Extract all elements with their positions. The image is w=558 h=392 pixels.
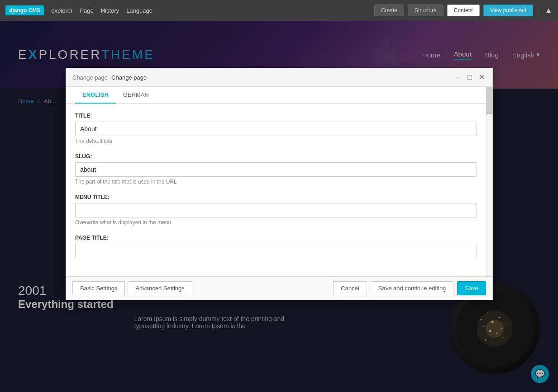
change-page-modal: Change page Change page − □ ✕ ENGLISH GE… — [66, 68, 493, 300]
menu-title-help-text: Overwrite what is displayed in the menu — [75, 219, 477, 226]
save-button[interactable]: Save — [457, 281, 486, 295]
page-title-label: PAGE TITLE: — [75, 235, 477, 241]
save-continue-button[interactable]: Save and continue editing — [371, 281, 454, 295]
page-title-field-group: PAGE TITLE: — [75, 235, 477, 258]
menu-title-input[interactable] — [75, 203, 477, 217]
modal-close-button[interactable]: ✕ — [477, 73, 486, 82]
slug-field-group: SLUG: The part of the title that is used… — [75, 153, 477, 185]
modal-maximize-button[interactable]: □ — [465, 73, 474, 82]
modal-scrollbar[interactable] — [486, 87, 492, 276]
footer-right: Cancel Save and continue editing Save — [333, 281, 486, 295]
modal-controls: − □ ✕ — [453, 73, 486, 82]
modal-footer: Basic Settings Advanced Settings Cancel … — [66, 276, 492, 300]
title-field-group: TITLE: The default title — [75, 113, 477, 144]
view-published-button[interactable]: View published — [483, 5, 534, 16]
modal-scroll-thumb[interactable] — [486, 87, 493, 114]
slug-help-text: The part of the title that is used in th… — [75, 179, 477, 185]
cms-toolbar: django CMS explorer Page History Languag… — [0, 0, 558, 21]
menu-title-label: MENU TITLE: — [75, 194, 477, 200]
modal-title-label: Change page — [72, 74, 108, 81]
slug-input[interactable] — [75, 162, 477, 177]
modal-body: ENGLISH GERMAN TITLE: The default title … — [66, 87, 492, 276]
toolbar-nav-history[interactable]: History — [101, 7, 119, 14]
title-label: TITLE: — [75, 113, 477, 119]
structure-button[interactable]: Structure — [408, 5, 444, 16]
toolbar-right: Create Structure Content View published … — [374, 5, 553, 16]
modal-minimize-button[interactable]: − — [453, 73, 463, 82]
toolbar-nav-explorer[interactable]: explorer — [51, 7, 72, 14]
create-button[interactable]: Create — [374, 5, 404, 16]
toolbar-collapse-button[interactable]: ▲ — [544, 6, 553, 15]
modal-scrollable-area[interactable]: ENGLISH GERMAN TITLE: The default title … — [66, 87, 486, 276]
modal-titlebar: Change page Change page − □ ✕ — [66, 68, 492, 87]
toolbar-divider — [539, 6, 539, 15]
toolbar-nav-page[interactable]: Page — [80, 7, 93, 14]
advanced-settings-button[interactable]: Advanced Settings — [128, 281, 192, 295]
content-button[interactable]: Content — [447, 5, 480, 16]
modal-title-text: Change page — [111, 74, 147, 81]
tab-german[interactable]: GERMAN — [116, 87, 156, 104]
django-cms-logo: django CMS — [5, 5, 44, 15]
toolbar-nav-language[interactable]: Language — [126, 7, 153, 14]
menu-title-field-group: MENU TITLE: Overwrite what is displayed … — [75, 194, 477, 226]
modal-resize-handle[interactable]: ⋰ — [486, 272, 492, 278]
cancel-button[interactable]: Cancel — [333, 281, 367, 295]
page-title-input[interactable] — [75, 244, 477, 258]
title-input[interactable] — [75, 122, 477, 136]
slug-label: SLUG: — [75, 153, 477, 160]
basic-settings-button[interactable]: Basic Settings — [72, 281, 125, 295]
title-help-text: The default title — [75, 138, 477, 144]
tab-english[interactable]: ENGLISH — [75, 87, 116, 104]
modal-tabs: ENGLISH GERMAN — [66, 87, 486, 104]
